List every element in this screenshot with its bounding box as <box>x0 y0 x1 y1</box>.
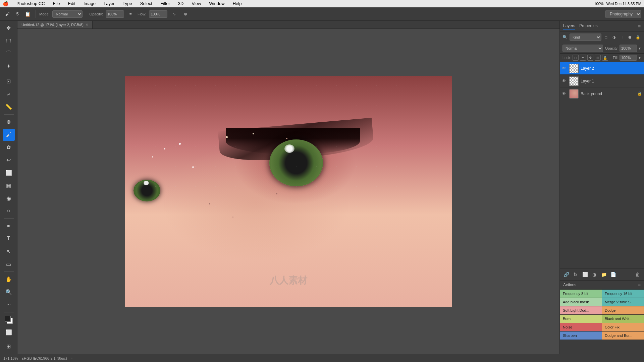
link-layers-btn[interactable]: 🔗 <box>562 270 571 279</box>
menu-filter[interactable]: Filter <box>159 1 171 6</box>
layer-item-layer1[interactable]: 👁 Layer 1 <box>560 75 644 87</box>
action-noise[interactable]: Noise <box>560 323 602 331</box>
mask-mode-btn[interactable]: ⬜ <box>3 326 15 339</box>
fill-chevron[interactable]: ▼ <box>638 56 641 60</box>
layer2-visibility-icon[interactable]: 👁 <box>562 66 567 71</box>
adjust-filter-btn[interactable]: ◑ <box>611 34 618 41</box>
spot-heal-tool[interactable]: ⊛ <box>3 116 15 128</box>
canvas[interactable]: 八人素材 <box>17 29 559 354</box>
lock-artboard-btn[interactable]: ⊞ <box>595 55 601 61</box>
action-black-and-white[interactable]: Black and Whit... <box>602 315 644 323</box>
pen-tool[interactable]: ✒ <box>3 220 15 232</box>
hand-tool[interactable]: ✋ <box>3 273 15 285</box>
lock-draw-btn[interactable]: ✒ <box>580 55 586 61</box>
brush-tool-btn[interactable]: 🖌 <box>3 9 12 19</box>
menu-view[interactable]: View <box>190 1 202 6</box>
blend-mode-select[interactable]: Normal Dissolve Multiply Screen Overlay … <box>562 45 603 52</box>
layer1-visibility-icon[interactable]: 👁 <box>562 78 567 83</box>
move-tool[interactable]: ✥ <box>3 22 15 34</box>
foreground-bg-colors[interactable] <box>3 314 15 326</box>
actions-menu-btn[interactable]: ≡ <box>638 282 641 288</box>
workspace-select[interactable]: Photography Essentials Motion Painting <box>605 10 641 18</box>
action-sharpen[interactable]: Sharpen <box>560 331 602 340</box>
action-dodge-and-burn[interactable]: Dodge and Bur... <box>602 331 644 340</box>
menu-edit[interactable]: Edit <box>67 1 77 6</box>
layer-item-background[interactable]: 👁 Background 🔒 <box>560 87 644 100</box>
history-brush-tool[interactable]: ↩ <box>3 154 15 166</box>
action-add-black-mask[interactable]: Add black mask <box>560 298 602 306</box>
smoothing-btn[interactable]: ∿ <box>169 9 179 19</box>
gradient-tool[interactable]: ▦ <box>3 179 15 191</box>
add-style-btn[interactable]: fx <box>571 270 580 279</box>
new-group-btn[interactable]: 📁 <box>599 270 608 279</box>
canvas-area: Untitled-12 @ 171% (Layer 2, RGB/8) ✕ <box>17 21 559 354</box>
eraser-tool[interactable]: ⬜ <box>3 167 15 179</box>
clone-stamp-tool[interactable]: ✿ <box>3 141 15 154</box>
marquee-tool[interactable]: ⬚ <box>3 35 15 47</box>
action-merge-visible[interactable]: Merge Visible S... <box>602 298 644 306</box>
background-name: Background <box>581 92 635 96</box>
add-mask-btn[interactable]: ⬜ <box>581 270 589 279</box>
menu-photoshop[interactable]: Photoshop CC <box>15 1 46 6</box>
lock-all-btn[interactable]: 🔒 <box>602 55 608 61</box>
opacity-chevron[interactable]: ▼ <box>638 47 641 50</box>
type-filter-btn[interactable]: T <box>619 34 626 41</box>
opacity-value[interactable] <box>620 45 637 52</box>
eyedropper-tool[interactable]: ⌿ <box>3 88 15 100</box>
screen-mode-btn[interactable]: ⊞ <box>3 341 15 353</box>
action-dodge[interactable]: Dodge <box>602 306 644 314</box>
action-soft-light-dod[interactable]: Soft Light Dod... <box>560 306 602 314</box>
menu-window[interactable]: Window <box>208 1 226 6</box>
brush-preset-btn[interactable]: 📋 <box>23 9 32 19</box>
mode-select[interactable]: Normal Multiply Screen Overlay <box>52 10 83 18</box>
apple-logo[interactable]: 🍎 <box>3 1 8 6</box>
shape-filter-btn[interactable]: ⬟ <box>627 34 633 41</box>
blur-tool[interactable]: ◉ <box>3 192 15 204</box>
angle-btn[interactable]: ⊕ <box>181 9 190 19</box>
menu-image[interactable]: Image <box>82 1 97 6</box>
airbrush-btn[interactable]: ✒ <box>126 9 136 19</box>
add-fill-btn[interactable]: ◑ <box>590 270 599 279</box>
lasso-tool[interactable]: ⌒ <box>3 48 15 60</box>
action-burn[interactable]: Burn <box>560 315 602 323</box>
skin-dot1 <box>209 203 210 204</box>
menu-layer[interactable]: Layer <box>102 1 116 6</box>
ruler-tool[interactable]: 📏 <box>3 101 15 113</box>
crop-tool[interactable]: ⊡ <box>3 75 15 87</box>
fill-value[interactable] <box>620 55 637 61</box>
opacity-input[interactable] <box>106 10 124 18</box>
layer-item-layer2[interactable]: 👁 Layer 2 <box>560 62 644 75</box>
more-tools-btn[interactable]: ··· <box>3 299 15 311</box>
lock-pixels-btn[interactable]: ◻ <box>573 55 579 61</box>
dodge-tool[interactable]: ○ <box>3 205 15 217</box>
kind-filter-select[interactable]: Kind Name Effect Mode Attribute Color Sm… <box>570 34 601 41</box>
action-frequency-16bit[interactable]: Frequency 16 bit <box>602 290 644 298</box>
path-select-tool[interactable]: ↖ <box>3 245 15 257</box>
action-frequency-8bit[interactable]: Frequency 8 bit <box>560 290 602 298</box>
delete-layer-btn[interactable]: 🗑 <box>633 270 642 279</box>
tab-title: Untitled-12 @ 171% (Layer 2, RGB/8) <box>21 23 84 27</box>
menu-3d[interactable]: 3D <box>177 1 185 6</box>
background-visibility-icon[interactable]: 👁 <box>562 91 567 96</box>
brush-tool-left[interactable]: 🖌 <box>3 129 15 141</box>
glitter2 <box>164 148 165 149</box>
menu-type[interactable]: Type <box>121 1 133 6</box>
menu-help[interactable]: Help <box>231 1 243 6</box>
flow-input[interactable] <box>149 10 167 18</box>
action-color-fix[interactable]: Color Fix <box>602 323 644 331</box>
menu-select[interactable]: Select <box>139 1 154 6</box>
new-layer-btn[interactable]: 📄 <box>609 270 618 279</box>
tab-close-btn[interactable]: ✕ <box>86 23 88 26</box>
layers-tab[interactable]: Layers <box>563 22 575 30</box>
zoom-tool[interactable]: 🔍 <box>3 286 15 298</box>
properties-tab[interactable]: Properties <box>579 22 598 30</box>
type-tool[interactable]: T <box>3 233 15 245</box>
document-tab[interactable]: Untitled-12 @ 171% (Layer 2, RGB/8) ✕ <box>17 21 93 28</box>
lock-move-btn[interactable]: ✥ <box>587 55 593 61</box>
panel-menu-btn[interactable]: ≡ <box>638 23 641 29</box>
pixel-filter-btn[interactable]: ◻ <box>603 34 609 41</box>
smartobj-filter-btn[interactable]: 🔒 <box>635 34 641 41</box>
menu-file[interactable]: File <box>52 1 61 6</box>
shape-tool[interactable]: ▭ <box>3 258 15 270</box>
magic-wand-tool[interactable]: ✦ <box>3 60 15 72</box>
